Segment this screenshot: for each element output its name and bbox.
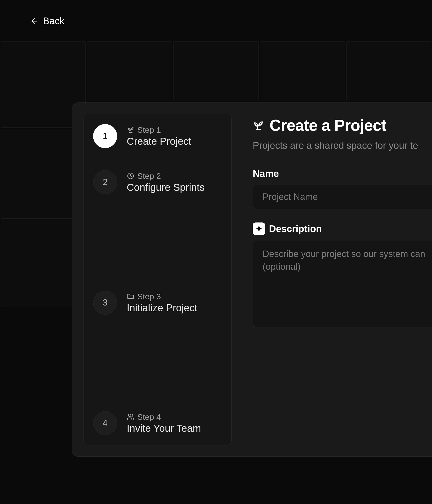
back-button[interactable]: Back bbox=[30, 16, 64, 27]
clock-icon bbox=[127, 172, 135, 180]
step-number: 3 bbox=[93, 291, 117, 315]
arrow-left-icon bbox=[30, 17, 39, 26]
create-project-modal: 1 Step 1 Create Project 2 bbox=[72, 102, 432, 457]
steps-sidebar: 1 Step 1 Create Project 2 bbox=[83, 114, 232, 445]
step-title: Configure Sprints bbox=[127, 182, 205, 193]
page-title: Create a Project bbox=[270, 116, 387, 135]
sprout-icon bbox=[127, 126, 135, 134]
step-invite-team[interactable]: 4 Step 4 Invite Your Team bbox=[93, 411, 221, 435]
sparkle-badge bbox=[253, 223, 265, 235]
step-create-project[interactable]: 1 Step 1 Create Project bbox=[93, 124, 221, 148]
step-label: Step 2 bbox=[137, 171, 161, 181]
users-icon bbox=[127, 413, 135, 421]
step-label: Step 4 bbox=[137, 412, 161, 422]
svg-point-1 bbox=[128, 414, 131, 417]
step-number: 4 bbox=[93, 411, 117, 435]
sprout-icon bbox=[253, 119, 264, 131]
content-panel: Create a Project Projects are a shared s… bbox=[253, 114, 432, 445]
description-label: Description bbox=[269, 224, 322, 234]
name-label: Name bbox=[253, 168, 432, 179]
step-configure-sprints[interactable]: 2 Step 2 Configure Sprints bbox=[93, 170, 221, 194]
step-title: Create Project bbox=[127, 135, 191, 147]
step-connector bbox=[163, 208, 163, 276]
page-subtitle: Projects are a shared space for your te bbox=[253, 140, 432, 151]
step-title: Initialize Project bbox=[127, 302, 197, 314]
step-initialize-project[interactable]: 3 Step 3 Initialize Project bbox=[93, 291, 221, 315]
step-number: 2 bbox=[93, 170, 117, 194]
project-description-input[interactable] bbox=[253, 241, 432, 327]
project-name-input[interactable] bbox=[253, 185, 432, 209]
step-label: Step 3 bbox=[137, 292, 161, 301]
folder-icon bbox=[127, 293, 135, 300]
step-title: Invite Your Team bbox=[127, 423, 201, 434]
step-number: 1 bbox=[93, 124, 117, 148]
step-label: Step 1 bbox=[137, 125, 161, 135]
back-label: Back bbox=[43, 16, 64, 27]
sparkle-icon bbox=[255, 225, 263, 233]
step-connector bbox=[163, 329, 163, 397]
